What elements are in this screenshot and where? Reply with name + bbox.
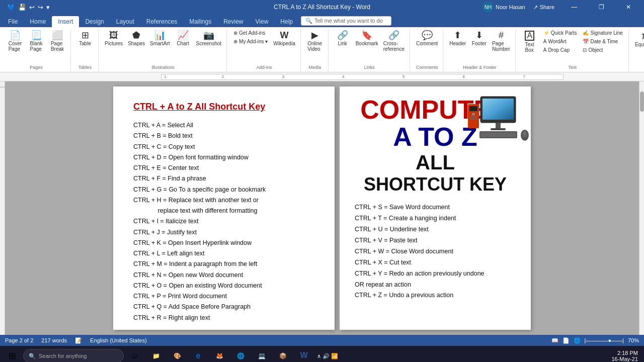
edge-icon: e bbox=[196, 351, 201, 360]
blank-page-button[interactable]: 📃 BlankPage bbox=[26, 29, 46, 53]
tab-layout[interactable]: Layout bbox=[110, 16, 140, 27]
tab-help[interactable]: Help bbox=[274, 16, 299, 27]
online-video-icon: ▶ bbox=[311, 31, 318, 40]
cross-ref-icon: 🔗 bbox=[388, 31, 399, 40]
list-item: CTRL + E = Center text bbox=[133, 163, 314, 173]
zoom-slider[interactable]: |————●——| bbox=[585, 337, 624, 343]
header-footer-group-label: Header & Footer bbox=[447, 65, 512, 70]
save-icon[interactable]: 💾 bbox=[17, 3, 27, 12]
start-button[interactable]: ⊞ bbox=[2, 347, 22, 362]
wikipedia-button[interactable]: W Wikipedia bbox=[271, 29, 297, 48]
tab-review[interactable]: Review bbox=[217, 16, 249, 27]
taskbar-explorer[interactable]: 📁 bbox=[146, 347, 166, 362]
search-icon: 🔍 bbox=[305, 18, 312, 24]
taskbar-edge[interactable]: e bbox=[188, 347, 208, 362]
addins-group-label: Add-ins bbox=[231, 65, 297, 70]
tab-mailings[interactable]: Mailings bbox=[183, 16, 217, 27]
read-mode-icon[interactable]: 📖 bbox=[551, 337, 558, 344]
customize-icon[interactable]: ▾ bbox=[45, 3, 51, 12]
list-item: CTRL + Z = Undo a previous action bbox=[355, 290, 516, 301]
shapes-button[interactable]: ⬟ Shapes bbox=[126, 29, 147, 48]
footer-button[interactable]: ⬇ Footer bbox=[469, 29, 489, 48]
quick-parts-button[interactable]: ⚡ Quick Parts bbox=[541, 29, 580, 37]
pictures-button[interactable]: 🖼 Pictures bbox=[103, 29, 125, 48]
pictures-icon: 🖼 bbox=[109, 31, 118, 40]
scroll-thumb[interactable] bbox=[640, 92, 644, 112]
tab-view[interactable]: View bbox=[250, 16, 275, 27]
tables-group-label: Tables bbox=[75, 65, 95, 70]
smartart-button[interactable]: 📊 SmartArt bbox=[148, 29, 172, 48]
wordart-button[interactable]: A WordArt bbox=[541, 38, 580, 45]
svg-rect-6 bbox=[469, 106, 477, 111]
text-box-button[interactable]: A TextBox bbox=[520, 29, 540, 54]
list-item: CTRL + C = Copy text bbox=[133, 142, 314, 152]
taskbar-paint[interactable]: 🎨 bbox=[167, 347, 187, 362]
table-button[interactable]: ⊞ Table bbox=[75, 29, 95, 48]
taskbar-search[interactable]: 🔍 Search for anything bbox=[23, 349, 124, 362]
zoom-level: 70% bbox=[628, 337, 639, 343]
taskbar-app1[interactable]: 💻 bbox=[252, 347, 272, 362]
tab-references[interactable]: References bbox=[140, 16, 183, 27]
share-button[interactable]: ↗ Share bbox=[529, 3, 558, 12]
my-addins-button[interactable]: ⊕ My Add-ins ▾ bbox=[231, 38, 270, 45]
taskbar-word[interactable]: W bbox=[294, 347, 314, 362]
comment-button[interactable]: 💬 Comment bbox=[414, 29, 440, 48]
web-layout-icon[interactable]: 🌐 bbox=[574, 337, 581, 344]
vertical-scrollbar[interactable] bbox=[639, 81, 644, 335]
chart-label: Chart bbox=[177, 41, 189, 46]
screenshot-button[interactable]: 📷 Screenshot bbox=[194, 29, 224, 48]
date-time-button[interactable]: 📅 Date & Time bbox=[580, 38, 625, 45]
tab-insert[interactable]: Insert bbox=[52, 16, 79, 27]
text-box-icon: A bbox=[525, 31, 534, 41]
user-name: Noor Hasan bbox=[496, 4, 525, 10]
signature-line-button[interactable]: ✍ Signature Line bbox=[580, 29, 625, 37]
redo-icon[interactable]: ↪ bbox=[37, 3, 44, 12]
window-title: CTRL A to Z All Shortcut Key - Word bbox=[274, 4, 370, 11]
close-button[interactable]: ✕ bbox=[617, 0, 640, 14]
cross-ref-button[interactable]: 🔗 Cross-reference bbox=[381, 29, 407, 53]
equation-button[interactable]: π Equation bbox=[633, 29, 644, 49]
app2-icon: 📦 bbox=[279, 352, 287, 359]
header-button[interactable]: ⬆ Header bbox=[447, 29, 468, 48]
document-area[interactable]: CTRL + A to Z All Shortcut Key CTRL + A … bbox=[5, 81, 639, 335]
object-button[interactable]: ⊡ Object bbox=[580, 46, 625, 54]
cover-page-label: CoverPage bbox=[9, 41, 22, 52]
link-button[interactable]: 🔗 Link bbox=[333, 29, 353, 48]
taskbar-app2[interactable]: 📦 bbox=[273, 347, 293, 362]
restore-button[interactable]: ❐ bbox=[590, 0, 613, 14]
taskbar-taskview[interactable]: 🗂 bbox=[125, 347, 145, 362]
page-number-button[interactable]: # PageNumber bbox=[490, 29, 512, 53]
tab-design[interactable]: Design bbox=[79, 16, 110, 27]
pictures-label: Pictures bbox=[105, 41, 123, 46]
cover-page-button[interactable]: 📄 CoverPage bbox=[5, 29, 25, 53]
wikipedia-icon: W bbox=[280, 31, 289, 40]
get-addins-button[interactable]: ⊕ Get Add-ins bbox=[231, 29, 270, 37]
ribbon-group-illustrations: 🖼 Pictures ⬟ Shapes 📊 SmartArt 📈 Chart 📷… bbox=[100, 29, 227, 72]
chart-button[interactable]: 📈 Chart bbox=[173, 29, 193, 48]
drop-cap-label: Drop Cap bbox=[548, 47, 570, 53]
list-item: OR repeat an action bbox=[355, 280, 516, 291]
online-video-button[interactable]: ▶ OnlineVideo bbox=[305, 29, 325, 53]
list-item: CTRL + P = Print Word document bbox=[133, 291, 314, 302]
drop-cap-button[interactable]: A Drop Cap bbox=[541, 46, 580, 54]
list-item: CTRL + R = Right align text bbox=[133, 313, 314, 323]
undo-icon[interactable]: ↩ bbox=[28, 3, 36, 12]
quick-parts-label: Quick Parts bbox=[551, 30, 577, 36]
cross-ref-label: Cross-reference bbox=[383, 41, 405, 52]
illustrations-group-label: Illustrations bbox=[103, 65, 223, 70]
minimize-button[interactable]: — bbox=[562, 0, 586, 14]
quick-parts-icon: ⚡ bbox=[543, 30, 549, 36]
tell-me-box[interactable]: 🔍 Tell me what you want to do bbox=[301, 16, 391, 26]
taskbar-chrome[interactable]: 🌐 bbox=[230, 347, 251, 362]
bookmark-button[interactable]: 🔖 Bookmark bbox=[354, 29, 380, 48]
text-box-label: TextBox bbox=[525, 42, 534, 53]
tab-home[interactable]: Home bbox=[24, 16, 52, 27]
ribbon-group-addins: ⊕ Get Add-ins ⊕ My Add-ins ▾ W Wikipedia… bbox=[228, 29, 301, 72]
shapes-icon: ⬟ bbox=[132, 31, 140, 40]
page-break-button[interactable]: ⬜ PageBreak bbox=[47, 29, 67, 53]
taskbar-firefox[interactable]: 🦊 bbox=[209, 347, 229, 362]
list-item: CTRL + I = Italicize text bbox=[133, 216, 314, 227]
print-layout-icon[interactable]: 📄 bbox=[562, 337, 570, 344]
tab-file[interactable]: File bbox=[2, 16, 24, 27]
page-info: Page 2 of 2 bbox=[5, 337, 33, 343]
